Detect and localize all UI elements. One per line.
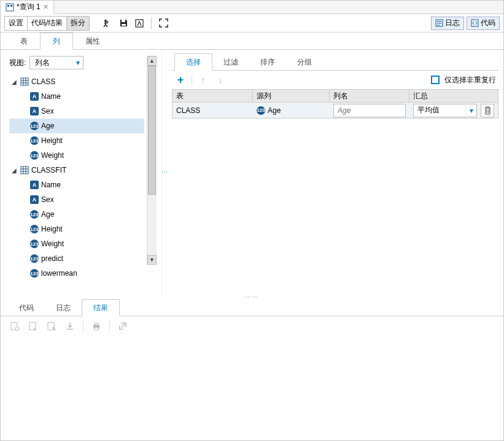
svg-point-3 [104,20,107,22]
caret-down-icon: ◢ [12,167,18,174]
node-label: Height [41,136,63,145]
log-button[interactable]: 日志 [431,17,464,30]
numeric-type-icon: 123 [257,106,265,115]
document-tab[interactable]: *查询 1 ✕ [1,1,54,14]
export-html-button[interactable] [9,321,20,332]
tree-column-node[interactable]: 123lowermean [9,266,144,281]
main-toolbar: 设置 代码/结果 拆分 日志 代码 [1,14,503,33]
separator [151,17,152,29]
scrollbar[interactable]: ▲ ▼ [147,56,157,265]
code-button[interactable]: 代码 [467,17,500,30]
node-label: Age [41,210,54,219]
preview-icon [134,18,144,28]
tree-column-node[interactable]: AName [9,178,144,192]
tab-group[interactable]: 分组 [286,53,323,71]
export-rtf-button[interactable] [46,321,57,332]
scroll-up-icon[interactable]: ▲ [147,56,157,66]
tree-column-node[interactable]: 123Age [9,119,144,133]
settings-button[interactable]: 设置 [5,17,28,30]
scroll-thumb[interactable] [148,66,156,195]
code-result-button[interactable]: 代码/结果 [28,17,67,30]
distinct-checkbox[interactable] [431,76,440,84]
fullscreen-button[interactable] [155,15,171,31]
move-up-button[interactable]: ↑ [197,75,209,85]
content-area: 视图: 列名 ▾ ◢CLASSANameASex123Age123Height1… [1,50,503,295]
svg-rect-25 [48,322,54,330]
tab-title: *查询 1 [17,2,41,12]
char-type-icon: A [30,195,39,204]
tree-column-node[interactable]: 123Age [9,207,144,222]
tree-table-node[interactable]: ◢CLASS [9,74,144,89]
add-button[interactable]: + [174,74,187,87]
svg-rect-5 [122,24,126,26]
column-tree: ◢CLASSANameASex123Age123Height123Weight◢… [9,74,144,281]
open-new-button[interactable] [117,321,128,332]
log-icon [435,19,443,27]
table-icon [20,166,29,174]
move-down-button[interactable]: ↓ [214,75,227,85]
view-select[interactable]: 列名 ▾ [29,56,83,69]
colname-input[interactable] [333,104,406,117]
tab-log[interactable]: 日志 [45,299,82,316]
chevron-down-icon[interactable]: ▾ [72,58,83,67]
tree-column-node[interactable]: 123Height [9,222,144,236]
delete-row-button[interactable] [481,104,494,117]
view-selector-row: 视图: 列名 ▾ [9,56,144,69]
tab-select[interactable]: 选择 [174,53,212,71]
save-button[interactable] [115,15,131,31]
cell-colname [330,104,409,117]
left-panel: 视图: 列名 ▾ ◢CLASSANameASex123Age123Height1… [1,50,162,295]
close-icon[interactable]: ✕ [43,3,48,11]
char-type-icon: A [30,92,39,101]
chevron-down-icon[interactable]: ▾ [465,106,476,115]
table-icon [20,77,29,86]
preview-button[interactable] [131,15,147,31]
export-pdf-button[interactable] [28,321,39,332]
node-label: lowermean [41,269,77,278]
tree-column-node[interactable]: ASex [9,192,144,207]
header-table: 表 [173,90,253,102]
tree-column-node[interactable]: 123predict [9,251,144,266]
svg-point-23 [15,327,19,330]
tree-column-node[interactable]: 123Weight [9,236,144,251]
tab-columns[interactable]: 列 [40,33,73,50]
tree-column-node[interactable]: 123Weight [9,148,144,163]
node-label: Sex [41,195,54,204]
cell-agg: 平均值 ▾ [409,104,498,117]
tree-column-node[interactable]: AName [9,89,144,104]
grid-row[interactable]: CLASS 123 Age 平均值 ▾ [172,103,498,119]
main-tabs: 表 列 属性 [1,33,503,50]
tree-column-node[interactable]: 123Height [9,133,144,148]
tree-table-node[interactable]: ◢CLASSFIT [9,163,144,178]
tree-column-node[interactable]: ASex [9,104,144,119]
node-label: Weight [41,151,64,160]
code-icon [471,19,479,27]
tab-tables[interactable]: 表 [8,33,40,50]
tab-filter[interactable]: 过滤 [212,53,249,71]
node-label: Name [41,92,61,101]
run-button[interactable] [99,15,115,31]
svg-rect-0 [6,4,14,11]
right-tabs: 选择 过滤 排序 分组 [172,53,498,71]
node-label: predict [41,254,63,263]
vertical-splitter[interactable]: ⋮ [162,50,167,295]
scroll-down-icon[interactable]: ▼ [147,255,157,265]
distinct-label: 仅选择非重复行 [444,75,496,85]
char-type-icon: A [30,107,39,115]
numeric-type-icon: 123 [30,122,39,130]
tab-properties[interactable]: 属性 [73,33,112,50]
tab-sort[interactable]: 排序 [249,53,286,71]
agg-select[interactable]: 平均值 ▾ [413,104,477,117]
tab-code[interactable]: 代码 [8,299,45,316]
numeric-type-icon: 123 [30,151,39,160]
download-button[interactable] [64,321,76,332]
svg-rect-2 [10,5,12,7]
node-label: Sex [41,107,54,115]
header-agg: 汇总 [409,90,498,102]
tab-result[interactable]: 结果 [82,299,120,316]
view-label: 视图: [9,58,26,68]
header-sourcecol: 源列 [253,90,330,102]
split-button[interactable]: 拆分 [67,17,89,30]
print-button[interactable] [91,321,102,332]
svg-rect-12 [21,78,28,85]
